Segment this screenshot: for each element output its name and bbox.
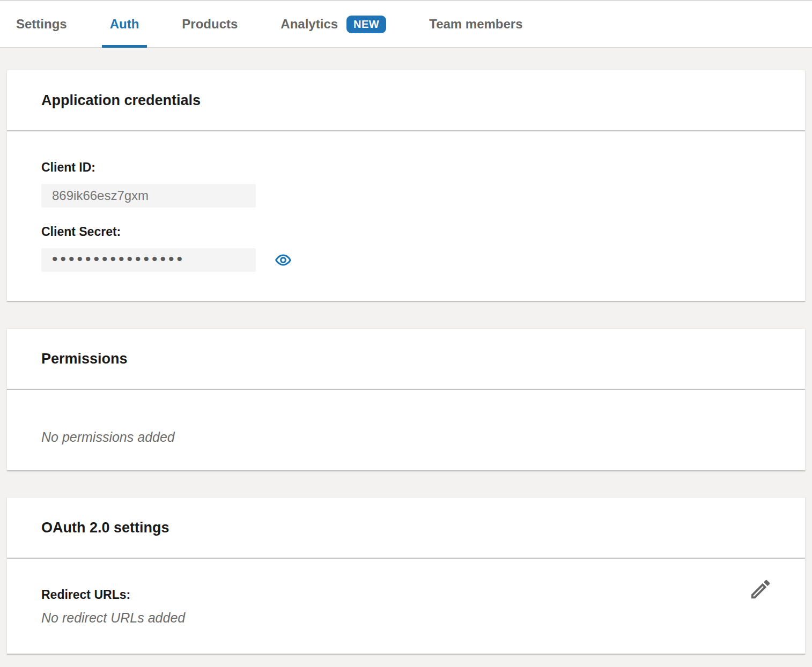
tab-analytics[interactable]: Analytics NEW: [272, 1, 394, 47]
oauth-settings-card: OAuth 2.0 settings Redirect URLs: No red…: [6, 497, 806, 655]
tab-auth[interactable]: Auth: [102, 1, 147, 47]
tab-products[interactable]: Products: [174, 1, 246, 47]
oauth-settings-title: OAuth 2.0 settings: [41, 520, 169, 536]
new-badge: NEW: [346, 16, 386, 33]
reveal-secret-button[interactable]: [273, 250, 293, 270]
redirect-urls-empty-text: No redirect URLs added: [41, 610, 771, 626]
application-credentials-body: Client ID: 869ik66esz7gxm Client Secret:…: [7, 131, 805, 301]
application-credentials-title: Application credentials: [41, 92, 201, 109]
permissions-card: Permissions No permissions added: [6, 328, 806, 471]
oauth-settings-header: OAuth 2.0 settings: [7, 498, 805, 559]
client-id-value[interactable]: 869ik66esz7gxm: [41, 184, 256, 207]
oauth-settings-body: Redirect URLs: No redirect URLs added: [7, 559, 805, 654]
client-secret-label: Client Secret:: [41, 225, 771, 239]
tab-team-members-label: Team members: [429, 17, 522, 32]
tab-products-label: Products: [182, 17, 238, 32]
application-credentials-card: Application credentials Client ID: 869ik…: [6, 70, 806, 302]
tab-analytics-label: Analytics: [280, 17, 338, 32]
pencil-icon: [748, 577, 775, 602]
tab-settings[interactable]: Settings: [8, 1, 75, 47]
client-secret-masked-dots: ••••••••••••••••: [52, 251, 185, 267]
tab-auth-label: Auth: [110, 17, 139, 32]
eye-icon: [274, 251, 293, 269]
permissions-title: Permissions: [41, 351, 128, 367]
tab-bar: Settings Auth Products Analytics NEW Tea…: [0, 0, 812, 48]
permissions-empty-text: No permissions added: [41, 429, 771, 445]
tab-settings-label: Settings: [16, 17, 67, 32]
tab-team-members[interactable]: Team members: [421, 1, 530, 47]
permissions-header: Permissions: [7, 329, 805, 390]
client-secret-value[interactable]: ••••••••••••••••: [41, 248, 256, 272]
edit-redirect-urls-button[interactable]: [748, 576, 775, 603]
permissions-body: No permissions added: [7, 390, 805, 470]
client-secret-row: ••••••••••••••••: [41, 248, 771, 272]
client-id-label: Client ID:: [41, 160, 771, 175]
redirect-urls-label: Redirect URLs:: [41, 588, 771, 602]
application-credentials-header: Application credentials: [7, 70, 805, 131]
